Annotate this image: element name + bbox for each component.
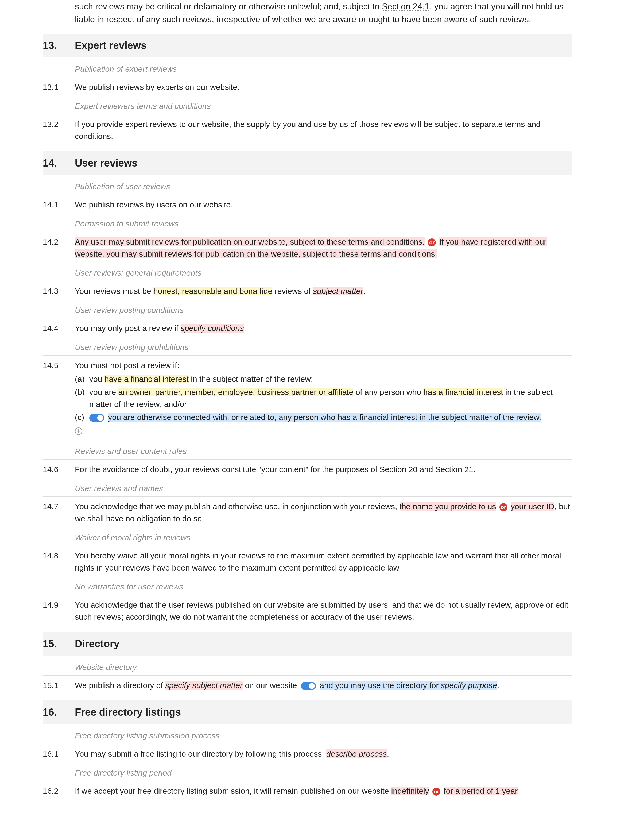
clause-16-2-opt2[interactable]: for a period of 1 year: [444, 786, 518, 795]
clause-14-9-num: 14.9: [43, 599, 75, 623]
clause-13-1-body: We publish reviews by experts on our web…: [75, 81, 572, 93]
clause-14-9: 14.9 You acknowledge that the user revie…: [43, 599, 572, 625]
clause-14-7-pre: You acknowledge that we may publish and …: [75, 502, 400, 511]
or-badge[interactable]: or: [499, 503, 507, 511]
clause-16-2-opt1[interactable]: indefinitely: [391, 786, 429, 795]
clause-15-1-mid: on our website: [242, 681, 297, 690]
subtitle-14-9-text: No warranties for user reviews: [75, 581, 183, 593]
clause-14-7-opt2[interactable]: your user ID: [511, 502, 554, 511]
clause-15-1-field1[interactable]: specify subject matter: [165, 681, 242, 690]
section-ref-20: Section 20: [379, 465, 417, 474]
clause-14-5-c-text[interactable]: you are otherwise connected with, or rel…: [108, 413, 541, 422]
clause-14-4-num: 14.4: [43, 322, 75, 334]
clause-13-2: 13.2 If you provide expert reviews to ou…: [43, 118, 572, 144]
section-ref-24-1: Section 24.1: [382, 2, 430, 11]
section-14-title: User reviews: [75, 156, 138, 171]
subtitle-14-5: User review posting prohibitions: [43, 341, 572, 355]
clause-14-5-body: You must not post a review if: (a) you h…: [75, 359, 572, 438]
clause-14-1: 14.1 We publish reviews by users on our …: [43, 199, 572, 213]
clause-14-8-num: 14.8: [43, 549, 75, 574]
clause-14-5-c-letter: (c): [75, 411, 89, 423]
or-badge[interactable]: or: [428, 238, 436, 246]
toggle-switch[interactable]: [301, 682, 316, 690]
clause-14-5-b-field2[interactable]: has a financial interest: [423, 388, 503, 396]
subtitle-13-2: Expert reviewers terms and conditions: [43, 100, 572, 114]
clause-16-2-num: 16.2: [43, 785, 75, 797]
clause-14-5-a-post: in the subject matter of the review;: [189, 374, 313, 384]
clause-14-5-a-letter: (a): [75, 373, 89, 385]
clause-16-1-body: You may submit a free listing to our dir…: [75, 748, 572, 760]
subtitle-14-6-text: Reviews and user content rules: [75, 445, 187, 457]
toggle-switch[interactable]: [89, 414, 104, 422]
clause-14-3-mid: reviews of: [272, 287, 313, 295]
intro-fragment: such reviews may be critical or defamato…: [75, 0, 572, 26]
clause-14-5-b-field1[interactable]: an owner, partner, member, employee, bus…: [118, 388, 353, 396]
clause-14-2-opt1[interactable]: Any user may submit reviews for publicat…: [75, 237, 425, 246]
clause-14-7: 14.7 You acknowledge that we may publish…: [43, 501, 572, 527]
clause-14-5-c: (c) you are otherwise connected with, or…: [75, 411, 572, 423]
clause-14-7-opt1[interactable]: the name you provide to us: [400, 502, 496, 511]
clause-13-2-num: 13.2: [43, 118, 75, 142]
clause-14-6-pre: For the avoidance of doubt, your reviews…: [75, 465, 379, 474]
clause-14-4-field[interactable]: specify conditions: [181, 324, 244, 333]
clause-14-8: 14.8 You hereby waive all your moral rig…: [43, 549, 572, 576]
section-13-header: 13. Expert reviews: [43, 34, 572, 57]
subtitle-14-7-text: User reviews and names: [75, 482, 163, 494]
clause-16-1-post: .: [387, 749, 389, 758]
clause-15-1-field2[interactable]: specify purpose: [441, 681, 497, 690]
clause-14-6-and: and: [417, 465, 435, 474]
clause-14-3-field1[interactable]: honest, reasonable and bona fide: [153, 287, 272, 295]
clause-16-1-pre: You may submit a free listing to our dir…: [75, 749, 326, 758]
subtitle-14-8: Waiver of moral rights in reviews: [43, 532, 572, 546]
section-15-header: 15. Directory: [43, 632, 572, 656]
clause-14-3: 14.3 Your reviews must be honest, reason…: [43, 285, 572, 299]
clause-14-5-b-pre: you are: [89, 388, 118, 396]
subtitle-14-1: Publication of user reviews: [43, 180, 572, 195]
subtitle-15-1: Website directory: [43, 661, 572, 676]
clause-14-3-field2[interactable]: subject matter: [313, 287, 363, 295]
clause-14-4: 14.4 You may only post a review if speci…: [43, 322, 572, 336]
clause-14-7-body: You acknowledge that we may publish and …: [75, 501, 572, 524]
clause-13-1-num: 13.1: [43, 81, 75, 93]
intro-text-pre: such reviews may be critical or defamato…: [75, 2, 382, 11]
clause-14-5-b-mid: of any person who: [353, 388, 423, 396]
clause-16-2-body: If we accept your free directory listing…: [75, 785, 572, 797]
subtitle-16-1-text: Free directory listing submission proces…: [75, 729, 220, 742]
or-badge[interactable]: or: [432, 788, 441, 796]
subtitle-14-3: User reviews: general requirements: [43, 267, 572, 281]
clause-14-5-a-body: you have a financial interest in the sub…: [89, 373, 313, 385]
clause-14-2-num: 14.2: [43, 236, 75, 260]
document-page: such reviews may be critical or defamato…: [0, 0, 636, 810]
clause-14-6-num: 14.6: [43, 463, 75, 475]
subtitle-15-1-text: Website directory: [75, 661, 137, 673]
clause-16-1-field[interactable]: describe process: [326, 749, 387, 758]
clause-14-4-body: You may only post a review if specify co…: [75, 322, 572, 334]
add-item-icon[interactable]: [75, 428, 82, 435]
clause-15-1-post: .: [497, 681, 499, 690]
section-13-num: 13.: [43, 38, 75, 53]
subtitle-13-1-text: Publication of expert reviews: [75, 63, 177, 75]
clause-15-1-optional[interactable]: and you may use the directory for specif…: [320, 681, 497, 690]
clause-16-2: 16.2 If we accept your free directory li…: [43, 785, 572, 799]
subtitle-16-1: Free directory listing submission proces…: [43, 729, 572, 744]
section-16-title: Free directory listings: [75, 705, 181, 720]
section-15-title: Directory: [75, 636, 120, 652]
clause-14-5-intro: You must not post a review if:: [75, 359, 572, 371]
section-14-header: 14. User reviews: [43, 151, 572, 175]
clause-14-5-c-body: you are otherwise connected with, or rel…: [89, 411, 541, 423]
clause-14-5-b-letter: (b): [75, 386, 89, 410]
subtitle-16-2-text: Free directory listing period: [75, 767, 172, 779]
subtitle-14-2-text: Permission to submit reviews: [75, 218, 178, 230]
subtitle-14-8-text: Waiver of moral rights in reviews: [75, 532, 190, 543]
clause-14-5-b: (b) you are an owner, partner, member, e…: [75, 386, 572, 410]
clause-15-1-opt-pre: and you may use the directory for: [320, 681, 441, 690]
clause-14-4-pre: You may only post a review if: [75, 324, 181, 333]
clause-14-5-a-field[interactable]: have a financial interest: [104, 374, 189, 384]
clause-14-1-body: We publish reviews by users on our websi…: [75, 199, 572, 211]
clause-15-1-body: We publish a directory of specify subjec…: [75, 679, 572, 692]
subtitle-14-5-text: User review posting prohibitions: [75, 341, 188, 353]
subtitle-16-2: Free directory listing period: [43, 767, 572, 781]
clause-14-5-num: 14.5: [43, 359, 75, 438]
section-16-num: 16.: [43, 705, 75, 720]
clause-14-3-num: 14.3: [43, 285, 75, 297]
